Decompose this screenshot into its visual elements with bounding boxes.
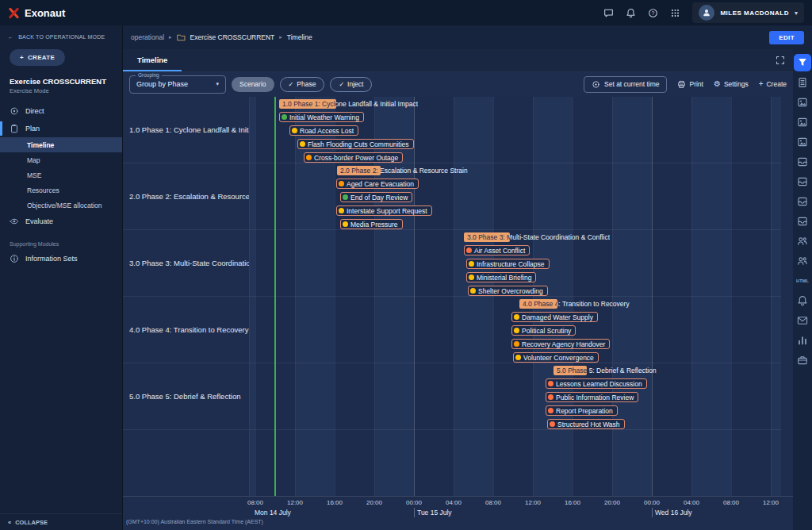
sidebar-item-resources[interactable]: Resources (0, 182, 122, 198)
inject-status-icon (548, 408, 553, 413)
inject-status-icon (339, 208, 344, 213)
sidebar-item-plan[interactable]: Plan (0, 120, 122, 137)
grouping-select[interactable]: Grouping Group by Phase ▾ (129, 75, 226, 94)
inject-chip[interactable]: End of Day Review (340, 192, 412, 202)
exonaut-logo-icon (8, 7, 20, 19)
inject-chip[interactable]: Volunteer Convergence (513, 352, 599, 363)
sidebar-item-objective-mse-allocation[interactable]: Objective/MSE allocation (0, 198, 122, 213)
user-menu[interactable]: MILES MACDONALD ▾ (692, 2, 804, 23)
image-panel-icon[interactable] (794, 94, 811, 111)
filter-chip-inject[interactable]: ✓ Inject (330, 77, 372, 92)
image-panel-icon-2[interactable] (794, 113, 811, 131)
active-accent-bar (0, 121, 2, 136)
filter-chip-scenario[interactable]: Scenario (232, 77, 274, 92)
inject-status-icon (466, 248, 472, 253)
breadcrumb: operational ▸ Exercise CROSSCURRENT ▸ Ti… (123, 25, 812, 49)
inject-chip[interactable]: Damaged Water Supply (511, 312, 598, 322)
archive-tray-icon-3[interactable] (794, 193, 811, 210)
help-icon[interactable]: ? (648, 8, 658, 18)
set-at-current-time-button[interactable]: Set at current time (584, 76, 667, 93)
inject-chip[interactable]: Structured Hot Wash (547, 419, 625, 429)
settings-button[interactable]: ⚙ Settings (714, 80, 749, 88)
topbar: Exonaut ? MILES MACDONALD ▾ (0, 0, 812, 25)
sidebar-item-timeline[interactable]: Timeline (0, 137, 122, 152)
timeline-grid: 1.0 Phase 1: Cyclone Landfall & Initial … (250, 97, 781, 496)
breadcrumb-timeline[interactable]: Timeline (287, 33, 312, 41)
sidebar-item-direct[interactable]: Direct (0, 102, 122, 120)
phase-group-label[interactable]: 1.0 Phase 1: Cyclone Landfall & Initia..… (123, 97, 249, 163)
axis-time-label: 12:00 (287, 499, 303, 506)
collapse-sidebar-button[interactable]: « COLLAPSE (0, 513, 122, 530)
users-icon[interactable] (794, 232, 811, 250)
print-button[interactable]: Print (677, 80, 703, 89)
inject-chip[interactable]: Recovery Agency Handover (511, 339, 610, 349)
phase-bar[interactable]: 5.0 Phase 5: Debrief & Reflection (553, 366, 587, 375)
create-button[interactable]: + Create (759, 80, 787, 88)
tab-bar: Timeline (123, 49, 793, 72)
phase-bar[interactable]: 3.0 Phase 3: Multi-State Coordination & … (464, 232, 510, 242)
sidebar-item-information-sets[interactable]: Information Sets (0, 250, 122, 267)
filter-icon[interactable] (794, 54, 811, 71)
notifications-icon[interactable] (794, 292, 811, 309)
archive-tray-icon-2[interactable] (794, 173, 811, 190)
html-icon[interactable]: HTML (794, 272, 811, 290)
inject-status-icon (343, 221, 348, 227)
inject-chip[interactable]: Air Asset Conflict (464, 245, 530, 255)
groups-icon[interactable] (794, 252, 811, 270)
chat-icon[interactable] (603, 8, 614, 18)
sidebar-item-evaluate[interactable]: Evaluate (0, 213, 122, 230)
tab-timeline[interactable]: Timeline (123, 49, 182, 71)
main-area: operational ▸ Exercise CROSSCURRENT ▸ Ti… (123, 25, 812, 530)
apps-grid-icon[interactable] (670, 8, 680, 18)
image-panel-icon-3[interactable] (794, 133, 811, 151)
sidebar-item-map[interactable]: Map (0, 152, 122, 167)
inject-chip[interactable]: Report Preparation (546, 405, 618, 416)
edit-button[interactable]: EDIT (769, 31, 804, 44)
phase-group-label[interactable]: 5.0 Phase 5: Debrief & Reflection (123, 363, 249, 430)
fit-to-screen-icon[interactable] (776, 56, 785, 65)
inject-chip[interactable]: Cross-border Power Outage (304, 152, 403, 163)
axis-time-label: 12:00 (525, 499, 541, 506)
filter-chip-phase[interactable]: ✓ Phase (280, 77, 325, 92)
mail-icon[interactable] (794, 312, 811, 329)
axis-time-label: 04:00 (684, 499, 699, 506)
phase-group-label[interactable]: 3.0 Phase 3: Multi-State Coordination... (123, 230, 249, 297)
day-gridline (414, 97, 415, 496)
phase-bar[interactable]: 1.0 Phase 1: Cyclone Landfall & Initial … (279, 99, 336, 109)
notifications-bell-icon[interactable] (626, 8, 636, 18)
chart-icon[interactable] (794, 332, 811, 349)
inject-status-icon (514, 328, 519, 333)
sidebar-item-mse[interactable]: MSE (0, 167, 122, 182)
inject-chip[interactable]: Public Information Review (546, 392, 638, 402)
inject-chip[interactable]: Road Access Lost (289, 125, 358, 136)
phase-group-label[interactable]: 2.0 Phase 2: Escalation & Resource S... (123, 163, 249, 230)
breadcrumb-operational[interactable]: operational (131, 33, 164, 41)
timeline-panel: Timeline Grouping Group by Phase ▾ Scena… (123, 49, 793, 530)
archive-tray-icon-4[interactable] (794, 213, 811, 230)
phase-bar[interactable]: 4.0 Phase 4: Transition to Recovery (519, 299, 557, 309)
sidebar: ← BACK TO OPERATIONAL MODE + CREATE Exer… (0, 25, 123, 530)
inject-chip[interactable]: Political Scrutiny (511, 325, 576, 336)
breadcrumb-separator-icon: ▸ (279, 34, 282, 40)
sidebar-create-button[interactable]: + CREATE (10, 49, 65, 66)
back-to-operational-link[interactable]: ← BACK TO OPERATIONAL MODE (0, 25, 122, 44)
axis-day-label: Tue 15 July (417, 509, 452, 517)
inject-chip[interactable]: Flash Flooding Cuts Communities (297, 139, 414, 149)
evaluate-icon (10, 217, 19, 226)
archive-tray-icon[interactable] (794, 153, 811, 171)
phase-bar[interactable]: 2.0 Phase 2: Escalation & Resource Strai… (337, 166, 381, 175)
inject-chip[interactable]: Ministerial Briefing (466, 272, 536, 282)
document-icon[interactable] (794, 74, 811, 91)
inject-chip[interactable]: Media Pressure (340, 219, 403, 229)
breadcrumb-exercise[interactable]: Exercise CROSSCURRENT (190, 33, 275, 41)
check-icon: ✓ (289, 81, 294, 88)
inject-chip[interactable]: Aged Care Evacuation (336, 179, 419, 189)
inject-chip[interactable]: Lessons Learned Discussion (546, 378, 647, 389)
inject-chip[interactable]: Initial Weather Warning (279, 112, 364, 122)
inject-chip[interactable]: Infrastructure Collapse (466, 259, 550, 269)
briefcase-icon[interactable] (794, 351, 811, 369)
phase-group-label[interactable]: 4.0 Phase 4: Transition to Recovery (123, 297, 249, 363)
inject-chip[interactable]: Interstate Support Request (336, 205, 432, 216)
logo: Exonaut (8, 7, 65, 19)
inject-chip[interactable]: Shelter Overcrowding (468, 286, 548, 296)
